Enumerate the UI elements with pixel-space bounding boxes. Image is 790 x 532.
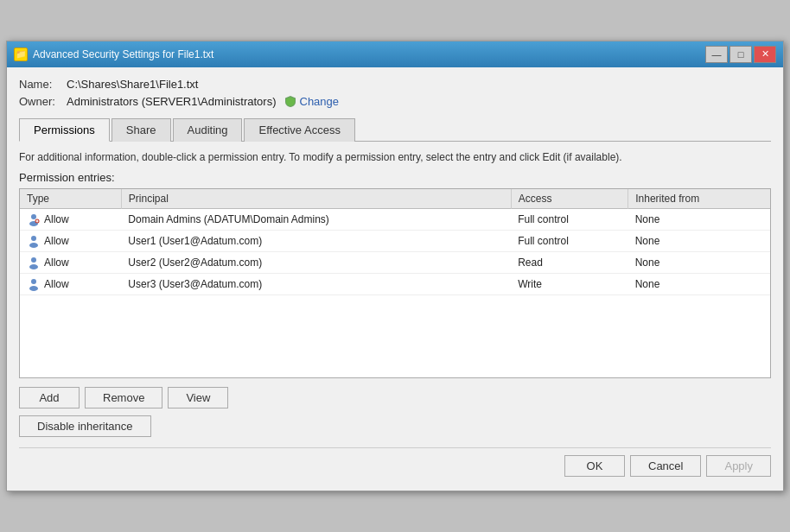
cell-type: Allow: [20, 231, 121, 252]
permissions-table-container[interactable]: Type Principal Access Inherited from All…: [19, 188, 771, 378]
table-row[interactable]: AllowUser3 (User3@Adatum.com)WriteNone: [20, 274, 770, 295]
table-row[interactable]: AllowDomain Admins (ADATUM\Domain Admins…: [20, 209, 770, 231]
cell-access: Full control: [511, 209, 628, 231]
cell-type: Allow: [20, 274, 121, 295]
cancel-button[interactable]: Cancel: [630, 455, 701, 477]
table-row[interactable]: AllowUser1 (User1@Adatum.com)Full contro…: [20, 231, 770, 252]
cell-inherited: None: [628, 274, 770, 295]
close-button[interactable]: ✕: [754, 46, 776, 63]
main-window: 📁 Advanced Security Settings for File1.t…: [6, 41, 784, 492]
tabs-container: Permissions Share Auditing Effective Acc…: [19, 117, 771, 142]
title-bar: 📁 Advanced Security Settings for File1.t…: [7, 41, 783, 67]
cell-type: Allow: [20, 209, 121, 231]
cell-principal: Domain Admins (ADATUM\Domain Admins): [121, 209, 511, 231]
owner-value: Administrators (SERVER1\Administrators): [67, 95, 277, 108]
name-label: Name:: [19, 78, 67, 91]
svg-point-5: [31, 236, 36, 241]
col-inherited: Inherited from: [628, 189, 770, 209]
change-label: Change: [300, 95, 340, 108]
add-button[interactable]: Add: [19, 387, 80, 408]
shield-icon: [284, 95, 297, 109]
permissions-table: Type Principal Access Inherited from All…: [20, 189, 770, 295]
disable-inheritance-button[interactable]: Disable inheritance: [19, 415, 151, 437]
cell-type: Allow: [20, 252, 121, 274]
remove-button[interactable]: Remove: [85, 387, 162, 408]
bottom-buttons-row: OK Cancel Apply: [19, 447, 771, 480]
change-link[interactable]: Change: [284, 95, 340, 109]
user-icon: [27, 234, 41, 248]
svg-point-6: [29, 243, 38, 248]
cell-inherited: None: [628, 231, 770, 252]
col-type: Type: [20, 189, 121, 209]
view-button[interactable]: View: [168, 387, 228, 408]
table-header-row: Type Principal Access Inherited from: [20, 189, 770, 209]
table-row[interactable]: AllowUser2 (User2@Adatum.com)ReadNone: [20, 252, 770, 274]
window-body: Name: C:\Shares\Share1\File1.txt Owner: …: [7, 67, 783, 491]
owner-label: Owner:: [19, 95, 67, 108]
tab-auditing[interactable]: Auditing: [173, 118, 243, 142]
description-text: For additional information, double-click…: [19, 150, 771, 165]
window-icon: 📁: [14, 48, 28, 61]
window-title: Advanced Security Settings for File1.txt: [33, 48, 213, 60]
user-icon: [27, 256, 41, 269]
tab-effective-access[interactable]: Effective Access: [244, 118, 354, 142]
cell-principal: User3 (User3@Adatum.com): [121, 274, 511, 295]
cell-access: Full control: [511, 231, 628, 252]
name-row: Name: C:\Shares\Share1\File1.txt: [19, 78, 771, 91]
owner-row: Owner: Administrators (SERVER1\Administr…: [19, 95, 771, 109]
tab-permissions[interactable]: Permissions: [19, 118, 110, 142]
apply-button[interactable]: Apply: [706, 455, 771, 477]
ok-button[interactable]: OK: [564, 455, 625, 477]
col-access: Access: [511, 189, 628, 209]
maximize-button[interactable]: □: [729, 46, 752, 63]
cell-inherited: None: [628, 209, 770, 231]
cell-principal: User1 (User1@Adatum.com): [121, 231, 511, 252]
cell-principal: User2 (User2@Adatum.com): [121, 252, 511, 274]
title-bar-left: 📁 Advanced Security Settings for File1.t…: [14, 48, 213, 61]
user-icon: [27, 212, 41, 226]
svg-point-9: [31, 279, 36, 284]
svg-point-7: [31, 257, 36, 263]
cell-inherited: None: [628, 252, 770, 274]
tab-share[interactable]: Share: [111, 118, 171, 142]
user-icon: [27, 277, 41, 291]
inheritance-row: Disable inheritance: [19, 415, 771, 437]
cell-access: Read: [511, 252, 628, 274]
permission-entries-label: Permission entries:: [19, 171, 771, 184]
cell-access: Write: [511, 274, 628, 295]
action-buttons-row: Add Remove View: [19, 387, 771, 408]
svg-point-10: [29, 286, 38, 291]
title-buttons: — □ ✕: [705, 46, 776, 63]
svg-point-8: [29, 264, 38, 269]
minimize-button[interactable]: —: [705, 46, 728, 63]
name-value: C:\Shares\Share1\File1.txt: [67, 78, 198, 91]
svg-point-0: [31, 214, 36, 219]
col-principal: Principal: [121, 189, 511, 209]
